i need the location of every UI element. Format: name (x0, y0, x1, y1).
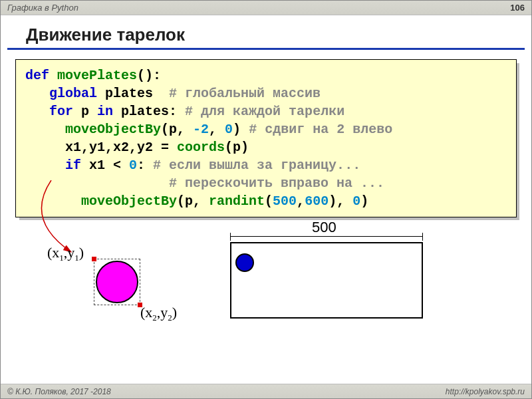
coord-text: ,y (157, 304, 168, 321)
canvas-rect (230, 242, 423, 319)
page-number: 106 (510, 3, 525, 13)
num: 0 (225, 122, 233, 137)
num: 0 (129, 158, 137, 173)
num: 600 (305, 194, 329, 209)
kw-global: global (49, 86, 97, 101)
coord-x1y1: (x1,y1) (47, 244, 84, 263)
code-block: def movePlates(): global plates # глобал… (15, 59, 517, 217)
code-text: (p, (161, 122, 193, 137)
fn-moveobjectby: moveObjectBy (81, 194, 177, 209)
coord-x2y2: (x2,y2) (140, 304, 177, 323)
fn-moveobjectby: moveObjectBy (65, 122, 161, 137)
num: 500 (273, 194, 297, 209)
kw-in: in (97, 104, 113, 119)
slide-title: Движение тарелок (7, 15, 525, 50)
coord-text: ) (172, 304, 177, 321)
copyright: © К.Ю. Поляков, 2017 -2018 (7, 387, 111, 396)
slide: Графика в Python 106 Движение тарелок de… (0, 0, 532, 399)
fn-randint: randint (209, 194, 265, 209)
dimension-line (230, 236, 423, 237)
code-text: p (73, 104, 97, 119)
num: 0 (352, 194, 360, 209)
dimension-tick (422, 233, 423, 241)
code-text: x1,y1,x2,y2 = (65, 140, 177, 155)
topbar: Графика в Python 106 (1, 1, 531, 15)
code-text: ( (265, 194, 273, 209)
code-text: : (137, 158, 153, 173)
dimension-tick (230, 233, 231, 241)
comment: # перескочить вправо на ... (169, 176, 384, 191)
code-text: , (297, 194, 305, 209)
code-text: (p, (177, 194, 209, 209)
code-text: (): (137, 68, 161, 83)
code-text: x1 < (81, 158, 129, 173)
diagram: (x1,y1) (x2,y2) 500 (47, 232, 505, 338)
code-text: plates: (113, 104, 185, 119)
coord-text: (x (140, 304, 152, 321)
kw-def: def (25, 68, 49, 83)
coord-text: ,y (64, 244, 75, 261)
blue-circle (235, 253, 254, 272)
magenta-circle (96, 261, 138, 303)
coord-text: (x (47, 244, 59, 261)
footer-url: http://kpolyakov.spb.ru (446, 387, 525, 396)
code: def movePlates(): global plates # глобал… (15, 59, 517, 217)
kw-for: for (49, 104, 73, 119)
footer: © К.Ю. Поляков, 2017 -2018 http://kpolya… (1, 384, 531, 398)
coord-text: ) (79, 244, 84, 261)
code-text: ) (360, 194, 368, 209)
code-text: plates (97, 86, 169, 101)
code-text: ), (329, 194, 352, 209)
fn-moveplates: movePlates (57, 68, 137, 83)
kw-if: if (65, 158, 81, 173)
code-text: ) (233, 122, 249, 137)
comment: # глобальный массив (169, 86, 321, 101)
breadcrumb: Графика в Python (7, 3, 78, 13)
comment: # сдвиг на 2 влево (249, 122, 392, 137)
dimension-label: 500 (312, 219, 336, 236)
code-text: , (209, 122, 225, 137)
selection-handle (92, 257, 96, 261)
code-text: (p) (225, 140, 249, 155)
num: -2 (193, 122, 209, 137)
comment: # для каждой тарелки (185, 104, 344, 119)
comment: # если вышла за границу... (153, 158, 360, 173)
fn-coords: coords (177, 140, 225, 155)
